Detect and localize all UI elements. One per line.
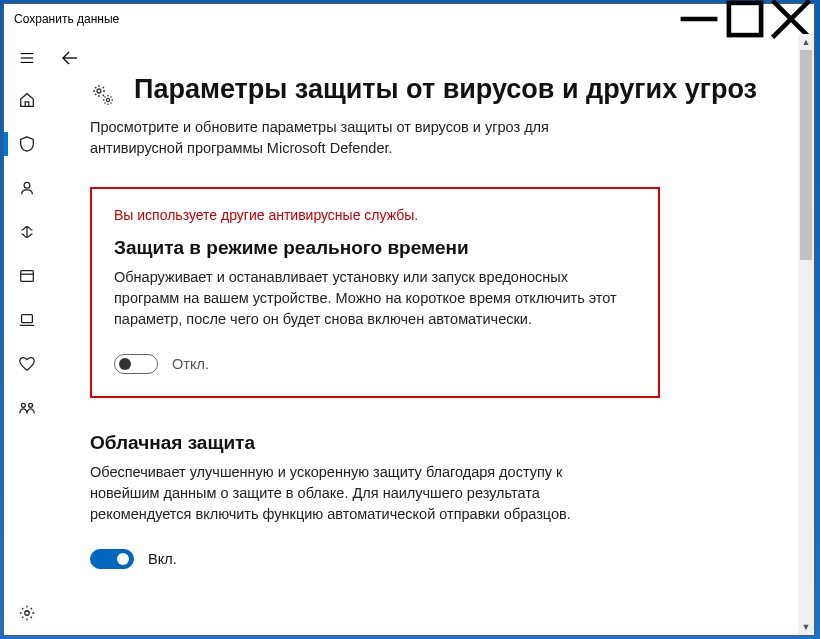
page-title: Параметры защиты от вирусов и других угр… bbox=[134, 72, 757, 107]
scroll-thumb[interactable] bbox=[800, 50, 812, 260]
vertical-scrollbar[interactable]: ▲ ▼ bbox=[798, 34, 814, 635]
cloud-protection-title: Облачная защита bbox=[90, 432, 660, 454]
svg-point-13 bbox=[29, 403, 33, 407]
maximize-button[interactable] bbox=[722, 4, 768, 34]
cloud-protection-desc: Обеспечивает улучшенную и ускоренную защ… bbox=[90, 462, 610, 525]
svg-rect-1 bbox=[729, 3, 761, 35]
scroll-up-arrow[interactable]: ▲ bbox=[798, 34, 814, 50]
nav-app-browser[interactable] bbox=[4, 254, 50, 298]
svg-point-7 bbox=[24, 182, 30, 188]
nav-account-protection[interactable] bbox=[4, 166, 50, 210]
scroll-down-arrow[interactable]: ▼ bbox=[798, 619, 814, 635]
nav-firewall[interactable] bbox=[4, 210, 50, 254]
content-area: Параметры защиты от вирусов и других угр… bbox=[50, 34, 814, 635]
svg-point-12 bbox=[21, 403, 25, 407]
close-button[interactable] bbox=[768, 4, 814, 34]
nav-virus-protection[interactable] bbox=[4, 122, 50, 166]
back-button[interactable] bbox=[60, 48, 80, 72]
minimize-button[interactable] bbox=[676, 4, 722, 34]
menu-button[interactable] bbox=[4, 38, 50, 78]
window-title: Сохранить данные bbox=[14, 12, 119, 26]
scroll-track[interactable] bbox=[798, 50, 814, 619]
toggle-knob bbox=[119, 358, 131, 370]
realtime-protection-highlight: Вы используете другие антивирусные служб… bbox=[90, 187, 660, 398]
nav-device-performance[interactable] bbox=[4, 342, 50, 386]
svg-rect-8 bbox=[21, 271, 34, 282]
titlebar: Сохранить данные bbox=[4, 4, 814, 34]
sidebar bbox=[4, 34, 50, 635]
cloud-protection-toggle[interactable] bbox=[90, 549, 134, 569]
antivirus-warning: Вы используете другие антивирусные служб… bbox=[114, 207, 636, 223]
svg-point-14 bbox=[25, 611, 30, 616]
page-subtitle: Просмотрите и обновите параметры защиты … bbox=[90, 117, 630, 159]
realtime-protection-desc: Обнаруживает и останавливает установку и… bbox=[114, 267, 634, 330]
nav-device-security[interactable] bbox=[4, 298, 50, 342]
window-controls bbox=[676, 4, 814, 34]
svg-point-17 bbox=[106, 98, 109, 101]
toggle-knob bbox=[117, 553, 129, 565]
realtime-protection-toggle[interactable] bbox=[114, 354, 158, 374]
nav-home[interactable] bbox=[4, 78, 50, 122]
nav-settings[interactable] bbox=[4, 591, 50, 635]
gear-icon bbox=[90, 82, 118, 112]
svg-point-16 bbox=[97, 89, 101, 93]
cloud-toggle-label: Вкл. bbox=[148, 551, 177, 567]
nav-family-options[interactable] bbox=[4, 386, 50, 430]
realtime-protection-title: Защита в режиме реального времени bbox=[114, 237, 636, 259]
security-window: Сохранить данные bbox=[3, 3, 815, 636]
svg-rect-10 bbox=[22, 315, 33, 323]
realtime-toggle-label: Откл. bbox=[172, 356, 209, 372]
cloud-protection-section: Облачная защита Обеспечивает улучшенную … bbox=[90, 432, 660, 569]
